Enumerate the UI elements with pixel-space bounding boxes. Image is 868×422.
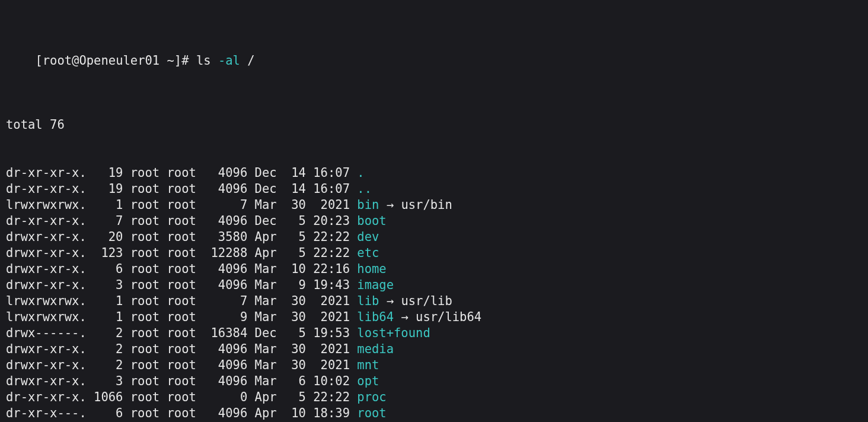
ls-row: drwxr-xr-x.2 rootroot4096 Mar302021 medi…	[6, 341, 862, 357]
space	[247, 389, 254, 405]
month: Mar	[255, 373, 284, 389]
space	[350, 405, 357, 421]
space	[247, 261, 254, 277]
perms: drwxr-xr-x.	[6, 341, 87, 357]
space	[123, 373, 130, 389]
symlink-arrow: →	[379, 294, 401, 308]
perms: drwxr-xr-x.	[6, 261, 87, 277]
size: 4096	[203, 373, 247, 389]
space	[123, 357, 130, 373]
time: 2021	[306, 309, 350, 325]
space	[123, 213, 130, 229]
month: Mar	[255, 261, 284, 277]
terminal-output[interactable]: [root@Openeuler01 ~]# ls -al / total 76 …	[0, 0, 868, 422]
time: 18:39	[306, 405, 350, 421]
ls-row: drwxr-xr-x.123 rootroot12288 Apr522:22 e…	[6, 245, 862, 261]
owner: root	[130, 165, 167, 181]
space	[123, 261, 130, 277]
symlink-target: usr/lib64	[416, 310, 481, 324]
space	[350, 341, 357, 357]
ls-row: drwx------.2 rootroot16384 Dec519:53 los…	[6, 325, 862, 341]
owner: root	[130, 405, 167, 421]
size: 0	[203, 389, 247, 405]
time: 22:22	[306, 245, 350, 261]
group: root	[167, 165, 203, 181]
space	[350, 389, 357, 405]
owner: root	[130, 309, 167, 325]
space	[247, 357, 254, 373]
owner: root	[130, 197, 167, 213]
links: 2	[87, 357, 123, 373]
owner: root	[130, 181, 167, 197]
space	[123, 229, 130, 245]
total-line: total 76	[6, 117, 862, 133]
perms: lrwxrwxrwx.	[6, 293, 87, 309]
time: 2021	[306, 357, 350, 373]
space	[247, 181, 254, 197]
size: 4096	[203, 357, 247, 373]
month: Apr	[255, 229, 284, 245]
file-name: boot	[357, 214, 386, 228]
group: root	[167, 405, 203, 421]
day: 5	[284, 213, 306, 229]
group: root	[167, 197, 203, 213]
size: 4096	[203, 261, 247, 277]
links: 3	[87, 277, 123, 293]
ls-row: dr-xr-xr-x.1066 rootroot0 Apr522:22 proc	[6, 389, 862, 405]
links: 1	[87, 293, 123, 309]
space	[350, 197, 357, 213]
time: 22:16	[306, 261, 350, 277]
owner: root	[130, 245, 167, 261]
prompt-line: [root@Openeuler01 ~]# ls -al /	[6, 37, 862, 85]
owner: root	[130, 261, 167, 277]
space	[247, 165, 254, 181]
perms: drwxr-xr-x.	[6, 357, 87, 373]
file-name: lib	[357, 294, 379, 308]
group: root	[167, 389, 203, 405]
size: 16384	[203, 325, 247, 341]
size: 9	[203, 309, 247, 325]
space	[247, 325, 254, 341]
month: Dec	[255, 213, 284, 229]
perms: drwxr-xr-x.	[6, 229, 87, 245]
links: 1	[87, 309, 123, 325]
perms: dr-xr-x---.	[6, 405, 87, 421]
group: root	[167, 277, 203, 293]
ls-row: drwxr-xr-x.20 rootroot3580 Apr522:22 dev	[6, 229, 862, 245]
space	[123, 181, 130, 197]
file-name: dev	[357, 230, 379, 244]
space	[123, 197, 130, 213]
owner: root	[130, 341, 167, 357]
time: 20:23	[306, 213, 350, 229]
file-name: ..	[357, 182, 372, 196]
space	[247, 213, 254, 229]
month: Mar	[255, 293, 284, 309]
group: root	[167, 373, 203, 389]
perms: dr-xr-xr-x.	[6, 181, 87, 197]
file-name: mnt	[357, 358, 379, 372]
size: 4096	[203, 181, 247, 197]
day: 30	[284, 309, 306, 325]
day: 30	[284, 341, 306, 357]
symlink-arrow: →	[379, 198, 401, 212]
command-ls: ls	[196, 53, 211, 68]
ls-row: dr-xr-xr-x.19 rootroot4096 Dec1416:07 .	[6, 165, 862, 181]
group: root	[167, 309, 203, 325]
owner: root	[130, 293, 167, 309]
day: 5	[284, 389, 306, 405]
owner: root	[130, 213, 167, 229]
ls-row: lrwxrwxrwx.1 rootroot7 Mar302021 bin → u…	[6, 197, 862, 213]
ls-row: drwxr-xr-x.3 rootroot4096 Mar610:02 opt	[6, 373, 862, 389]
space	[123, 309, 130, 325]
day: 30	[284, 357, 306, 373]
group: root	[167, 293, 203, 309]
links: 3	[87, 373, 123, 389]
perms: drwxr-xr-x.	[6, 277, 87, 293]
day: 10	[284, 405, 306, 421]
month: Mar	[255, 197, 284, 213]
space	[247, 405, 254, 421]
ls-row: dr-xr-x---.6 rootroot4096 Apr1018:39 roo…	[6, 405, 862, 421]
file-name: lost+found	[357, 326, 430, 340]
month: Mar	[255, 277, 284, 293]
links: 20	[87, 229, 123, 245]
